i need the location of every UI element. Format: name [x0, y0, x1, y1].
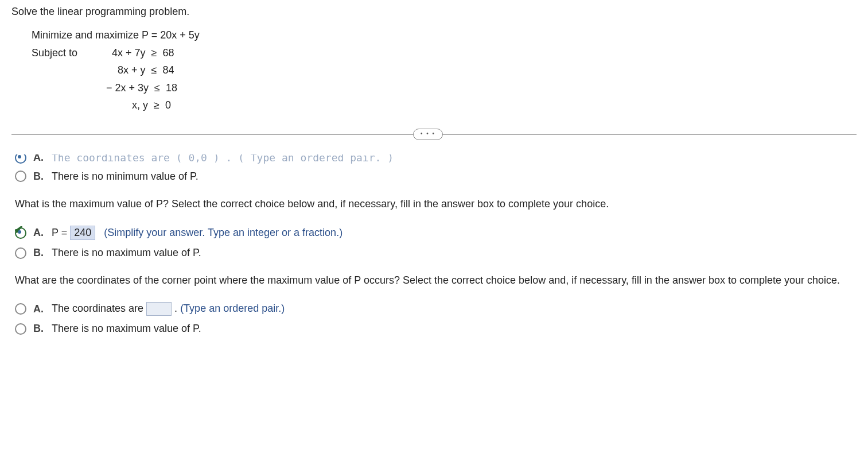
coords-input[interactable]: [146, 302, 172, 316]
p-equals-label: P =: [52, 227, 70, 238]
coords-choice-a-row: A. The coordinates are . (Type an ordere…: [15, 302, 857, 316]
max-choice-b-radio[interactable]: [15, 247, 26, 259]
min-choice-b-radio[interactable]: [15, 171, 26, 182]
min-choice-a-radio[interactable]: [15, 154, 26, 164]
max-choice-a-row: ✔ A. P = 240 (Simplify your answer. Type…: [15, 226, 857, 240]
max-choice-b-row: B. There is no maximum value of P.: [15, 247, 857, 259]
problem-instruction: Solve the linear programming problem.: [11, 6, 857, 18]
choice-letter-b: B.: [33, 323, 45, 335]
choice-letter-b: B.: [33, 247, 45, 259]
constraint-1: 4x + 7y ≥ 68: [106, 44, 177, 62]
subject-to-label: Subject to: [32, 44, 106, 114]
coords-suffix: .: [174, 303, 180, 314]
coords-choice-b-row: B. There is no maximum value of P.: [15, 323, 857, 335]
choice-letter-a: A.: [33, 303, 45, 315]
objective-line: Minimize and maximize P = 20x + 5y: [32, 26, 857, 44]
coords-choice-b-radio[interactable]: [15, 323, 26, 335]
constraint-3: − 2x + 3y ≤ 18: [106, 79, 177, 97]
min-choice-a-text-cut: The coordinates are ( 0,0 ) . ( Type an …: [52, 154, 394, 164]
coords-question: What are the coordinates of the corner p…: [15, 273, 857, 288]
min-choice-a-row: A. The coordinates are ( 0,0 ) . ( Type …: [15, 154, 857, 164]
min-choice-b-text: There is no minimum value of P.: [52, 171, 198, 183]
coords-choice-b-text: There is no maximum value of P.: [52, 323, 201, 335]
constraint-2: 8x + y ≤ 84: [106, 61, 177, 79]
max-choice-b-text: There is no maximum value of P.: [52, 247, 201, 259]
max-value-input[interactable]: 240: [70, 226, 95, 240]
checkmark-icon: ✔: [14, 223, 24, 237]
max-choice-a-radio[interactable]: ✔: [15, 227, 26, 239]
section-divider: • • •: [11, 129, 857, 140]
max-value-question: What is the maximum value of P? Select t…: [15, 197, 857, 211]
coords-choice-a-radio[interactable]: [15, 303, 26, 315]
expand-pill[interactable]: • • •: [413, 129, 443, 140]
coords-hint: (Type an ordered pair.): [180, 303, 285, 314]
choice-letter-a: A.: [33, 154, 45, 164]
coords-prefix: The coordinates are: [52, 303, 146, 314]
max-choice-a-content: P = 240 (Simplify your answer. Type an i…: [52, 226, 342, 240]
choice-letter-a: A.: [33, 227, 45, 239]
choice-letter-b: B.: [33, 171, 45, 183]
min-choice-b-row: B. There is no minimum value of P.: [15, 171, 857, 183]
max-choice-a-hint: (Simplify your answer. Type an integer o…: [104, 227, 342, 238]
constraint-4: x, y ≥ 0: [106, 96, 177, 114]
problem-formulation: Minimize and maximize P = 20x + 5y Subje…: [32, 26, 857, 114]
coords-choice-a-content: The coordinates are . (Type an ordered p…: [52, 302, 285, 316]
